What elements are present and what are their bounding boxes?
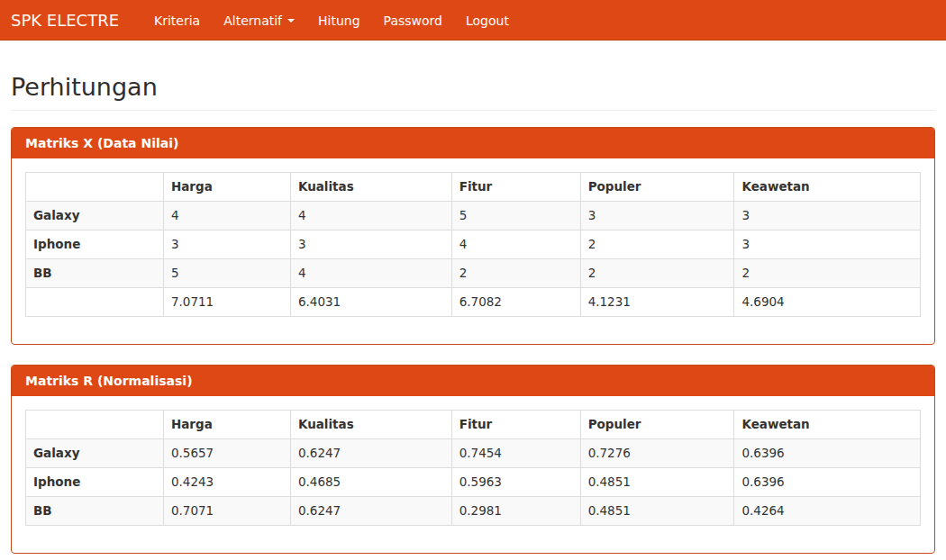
column-header: Kualitas [290,173,451,202]
navbar-menu: KriteriaAlternatifHitungPasswordLogout [130,0,521,40]
table-cell: 0.5657 [163,439,290,468]
column-header: Fitur [451,411,580,439]
table-cell: 3 [580,202,734,230]
table-cell: 0.6247 [290,497,451,526]
table-cell: 3 [734,202,921,230]
navbar: SPK ELECTRE KriteriaAlternatifHitungPass… [0,0,946,41]
table-cell: 2 [580,230,734,259]
table-cell: 0.4851 [580,497,734,526]
column-header: Keawetan [734,411,921,439]
table-cell: 6.7082 [451,288,580,317]
column-header: Kualitas [290,411,451,439]
table-cell: 2 [734,259,921,288]
panel-title: Matriks X (Data Nilai) [12,128,934,158]
navbar-item-alternatif: Alternatif [212,0,306,40]
corner-header-cell [26,173,164,202]
navbar-link-alternatif[interactable]: Alternatif [212,0,306,41]
row-label: BB [26,259,164,288]
table-cell: 0.7276 [580,439,734,468]
page-title: Perhitungan [11,73,935,111]
navbar-item-hitung: Hitung [306,0,372,40]
panel-title: Matriks R (Normalisasi) [12,366,934,396]
column-header: Keawetan [734,173,921,202]
caret-down-icon [287,19,295,23]
table-row: Galaxy44533 [26,202,921,230]
table-cell: 4.6904 [734,288,921,317]
column-header: Populer [580,173,734,202]
panel-body: HargaKualitasFiturPopulerKeawetanGalaxy4… [12,158,934,344]
navbar-link-hitung[interactable]: Hitung [306,0,372,41]
row-label: Galaxy [26,202,164,230]
panel-0: Matriks X (Data Nilai)HargaKualitasFitur… [11,127,935,345]
table-cell: 6.4031 [290,288,451,317]
table-cell: 0.6396 [734,468,921,497]
panel-body: HargaKualitasFiturPopulerKeawetanGalaxy0… [12,396,934,553]
table-cell: 0.4851 [580,468,734,497]
table-row: BB54222 [26,259,921,288]
table-cell: 3 [734,230,921,259]
table-cell: 0.4264 [734,497,921,526]
corner-header-cell [26,411,164,439]
table-cell: 7.0711 [163,288,290,317]
row-label: Iphone [26,468,164,497]
table-cell: 4 [451,230,580,259]
table-row: Iphone0.42430.46850.59630.48510.6396 [26,468,921,497]
row-label [26,288,164,317]
table-cell: 0.2981 [451,497,580,526]
table-row: Galaxy0.56570.62470.74540.72760.6396 [26,439,921,468]
navbar-item-password: Password [372,0,454,40]
panels-container: Matriks X (Data Nilai)HargaKualitasFitur… [11,127,935,554]
column-header: Fitur [451,173,580,202]
table-row: BB0.70710.62470.29810.48510.4264 [26,497,921,526]
table-header-row: HargaKualitasFiturPopulerKeawetan [26,173,921,202]
table-cell: 5 [163,259,290,288]
table-cell: 3 [290,230,451,259]
column-header: Harga [163,411,290,439]
table-cell: 0.7454 [451,439,580,468]
table-cell: 0.4685 [290,468,451,497]
table-cell: 2 [451,259,580,288]
navbar-item-kriteria: Kriteria [142,0,212,40]
table-header-row: HargaKualitasFiturPopulerKeawetan [26,411,921,439]
navbar-item-logout: Logout [454,0,521,40]
table-cell: 0.6396 [734,439,921,468]
table-cell: 0.6247 [290,439,451,468]
table-cell: 4 [163,202,290,230]
navbar-link-kriteria[interactable]: Kriteria [142,0,212,41]
navbar-link-label: Password [384,14,442,28]
table-cell: 0.7071 [163,497,290,526]
table-cell: 0.5963 [451,468,580,497]
row-label: Iphone [26,230,164,259]
main-content: Perhitungan Matriks X (Data Nilai)HargaK… [11,73,935,554]
row-label: Galaxy [26,439,164,468]
navbar-link-password[interactable]: Password [372,0,454,41]
navbar-link-label: Hitung [318,14,360,28]
table-cell: 2 [580,259,734,288]
column-header: Populer [580,411,734,439]
table-cell: 5 [451,202,580,230]
column-header: Harga [163,173,290,202]
brand-link[interactable]: SPK ELECTRE [4,0,130,40]
navbar-link-label: Alternatif [223,14,282,28]
matrix-table: HargaKualitasFiturPopulerKeawetanGalaxy4… [25,172,921,317]
table-cell: 0.4243 [163,468,290,497]
navbar-link-label: Logout [466,14,509,28]
navbar-link-logout[interactable]: Logout [454,0,521,41]
table-row: 7.07116.40316.70824.12314.6904 [26,288,921,317]
table-cell: 4 [290,259,451,288]
navbar-link-label: Kriteria [154,14,200,28]
row-label: BB [26,497,164,526]
table-cell: 4.1231 [580,288,734,317]
matrix-table: HargaKualitasFiturPopulerKeawetanGalaxy0… [25,410,921,526]
table-row: Iphone33423 [26,230,921,259]
panel-1: Matriks R (Normalisasi)HargaKualitasFitu… [11,365,935,554]
table-cell: 3 [163,230,290,259]
table-cell: 4 [290,202,451,230]
